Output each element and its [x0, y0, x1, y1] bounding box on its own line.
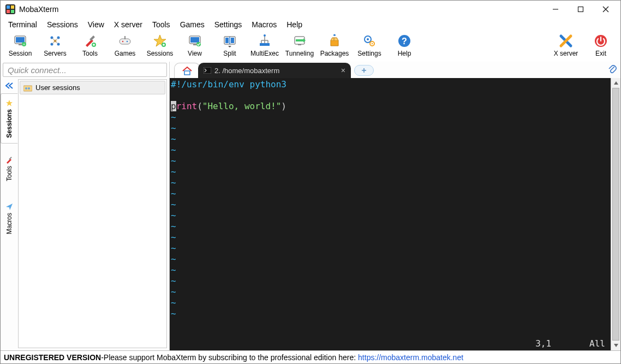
toolbar-games-button[interactable]: Games — [108, 32, 142, 62]
gears-icon — [362, 33, 377, 49]
svg-point-26 — [122, 41, 123, 42]
svg-rect-47 — [298, 44, 301, 45]
toolbar-settings-button[interactable]: Settings — [352, 32, 387, 62]
tab-home[interactable] — [174, 63, 200, 78]
menu-tools[interactable]: Tools — [148, 19, 175, 30]
toolbar-exit-button[interactable]: Exit — [583, 32, 618, 62]
gamepad-icon — [117, 33, 133, 49]
scroll-track[interactable] — [611, 88, 620, 341]
toolbar-label: Sessions — [147, 50, 174, 57]
svg-marker-39 — [228, 46, 231, 47]
vim-position: 3,1 — [535, 338, 551, 349]
toolbar-view-button[interactable]: View — [177, 32, 212, 62]
toolbar-label: Tunneling — [285, 50, 314, 57]
star-icon — [5, 99, 13, 107]
toolbar-label: Session — [9, 50, 32, 57]
toolbar-multiexec-button[interactable]: MultiExec — [247, 32, 282, 62]
plus-icon — [361, 68, 367, 73]
svg-line-19 — [52, 38, 55, 41]
folder-people-icon — [23, 84, 32, 92]
app-icon — [5, 4, 16, 15]
svg-line-21 — [52, 41, 55, 44]
side-tab-label: Macros — [5, 213, 13, 234]
terminal-cursor: p — [171, 101, 176, 111]
collapse-panel-button[interactable] — [3, 80, 16, 91]
menu-sessions[interactable]: Sessions — [43, 19, 82, 30]
work-area: Quick connect... Sessions Tools Macros — [1, 62, 620, 350]
status-bar: UNREGISTERED VERSION - Please support Mo… — [1, 350, 620, 363]
close-button[interactable] — [593, 1, 618, 17]
toolbar-label: Tools — [82, 50, 98, 57]
menu-help[interactable]: Help — [282, 19, 307, 30]
terminal-scrollbar[interactable] — [611, 78, 620, 350]
svg-point-27 — [127, 41, 128, 42]
menu-macros[interactable]: Macros — [247, 19, 281, 30]
menu-games[interactable]: Games — [176, 19, 209, 30]
scroll-up-button[interactable] — [611, 78, 620, 88]
toolbar-xserver-button[interactable]: X server — [548, 32, 583, 62]
star-icon — [152, 33, 168, 49]
quick-connect-input[interactable]: Quick connect... — [3, 63, 167, 77]
tab-new-button[interactable] — [354, 65, 374, 76]
tab-terminal[interactable]: 2. /home/mobaxterm × — [198, 63, 351, 78]
side-tab-label: Sessions — [5, 109, 13, 138]
paperclip-icon[interactable] — [607, 64, 617, 75]
tab-strip: 2. /home/mobaxterm × — [170, 62, 620, 78]
editor-area: 2. /home/mobaxterm × #!/usr/bin/env pyth… — [170, 62, 620, 350]
toolbar-label: Servers — [44, 50, 66, 57]
toolbar-split-button[interactable]: Split — [212, 32, 247, 62]
svg-text:?: ? — [402, 37, 407, 46]
svg-point-59 — [28, 87, 30, 89]
tab-close-button[interactable]: × — [341, 66, 345, 75]
left-panel: Quick connect... Sessions Tools Macros — [1, 62, 170, 350]
tunnel-icon — [292, 33, 307, 49]
scroll-thumb[interactable] — [612, 88, 619, 341]
svg-rect-38 — [231, 38, 234, 43]
knife-icon — [82, 33, 98, 49]
menu-xserver[interactable]: X server — [110, 19, 147, 30]
toolbar-packages-button[interactable]: Packages — [317, 32, 352, 62]
menu-terminal[interactable]: Terminal — [4, 19, 41, 30]
toolbar-label: Help — [398, 50, 411, 57]
svg-rect-2 — [11, 5, 14, 9]
toolbar-help-button[interactable]: ?Help — [387, 32, 422, 62]
toolbar-label: Packages — [320, 50, 349, 57]
footer-link[interactable]: https://mobaxterm.mobatek.net — [358, 353, 463, 362]
terminal-container: #!/usr/bin/env python3print("Hello, worl… — [170, 78, 620, 350]
toolbar-session-button[interactable]: +Session — [3, 32, 38, 62]
svg-rect-45 — [296, 39, 303, 41]
side-tab-macros[interactable]: Macros — [1, 194, 18, 244]
scroll-down-button[interactable] — [611, 341, 620, 350]
terminal-icon — [204, 67, 211, 74]
toolbar-tunneling-button[interactable]: Tunneling — [282, 32, 317, 62]
maximize-button[interactable] — [568, 1, 593, 17]
terminal[interactable]: #!/usr/bin/env python3print("Hello, worl… — [170, 78, 611, 350]
footer-message: Please support MobaXterm by subscribing … — [104, 353, 356, 362]
toolbar-label: MultiExec — [250, 50, 279, 57]
monitor-icon: + — [13, 33, 28, 49]
svg-rect-42 — [263, 43, 266, 46]
minimize-button[interactable] — [543, 1, 568, 17]
quick-connect-placeholder: Quick connect... — [8, 65, 67, 75]
side-tab-tools[interactable]: Tools — [1, 144, 18, 194]
tree-root-user-sessions[interactable]: User sessions — [20, 81, 165, 94]
svg-rect-25 — [120, 39, 130, 44]
x-icon — [558, 33, 574, 49]
side-tab-label: Tools — [5, 166, 13, 181]
svg-point-58 — [25, 87, 27, 89]
multiexec-icon — [257, 33, 272, 49]
svg-rect-61 — [204, 67, 211, 74]
svg-point-49 — [367, 38, 369, 40]
svg-rect-3 — [7, 10, 10, 13]
toolbar-servers-button[interactable]: Servers — [38, 32, 73, 62]
svg-line-22 — [55, 41, 58, 44]
menu-view[interactable]: View — [83, 19, 109, 30]
side-tab-sessions[interactable]: Sessions — [1, 93, 18, 144]
svg-rect-28 — [124, 36, 126, 39]
toolbar-tools-button[interactable]: Tools — [73, 32, 108, 62]
svg-rect-37 — [225, 38, 229, 43]
sessions-tree[interactable]: User sessions — [18, 79, 167, 348]
toolbar-sessions-button[interactable]: Sessions — [142, 32, 177, 62]
menu-settings[interactable]: Settings — [210, 19, 247, 30]
svg-rect-6 — [578, 7, 583, 12]
